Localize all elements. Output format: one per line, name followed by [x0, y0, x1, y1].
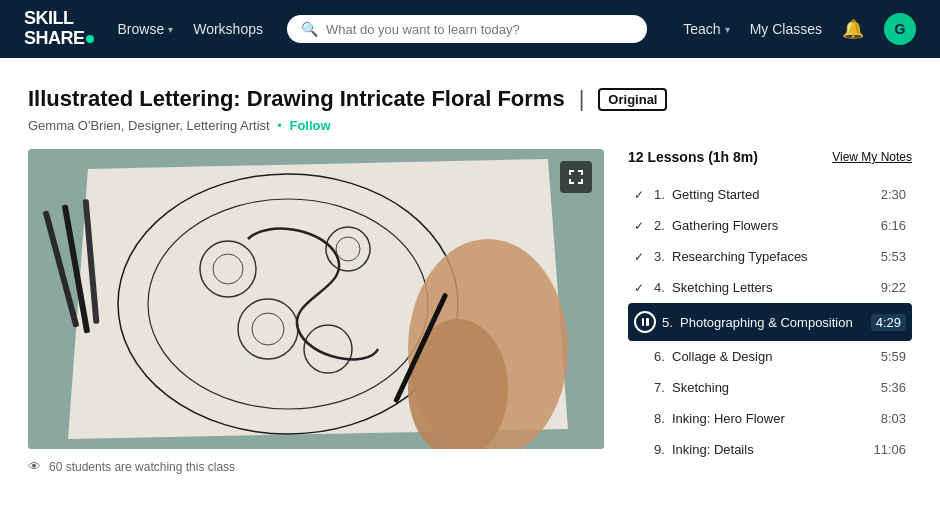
- video-footer: 👁 60 students are watching this class: [28, 459, 604, 474]
- teach-chevron-icon: ▾: [725, 24, 730, 35]
- lesson-duration: 2:30: [881, 187, 906, 202]
- workshops-link[interactable]: Workshops: [193, 21, 263, 37]
- lesson-duration: 4:29: [871, 314, 906, 331]
- navbar: SKILL SHARE Browse ▾ Workshops 🔍 Teach ▾…: [0, 0, 940, 58]
- lesson-duration: 9:22: [881, 280, 906, 295]
- lesson-number: 7.: [654, 380, 672, 395]
- lesson-name: Sketching Letters: [672, 280, 873, 295]
- lesson-duration: 5:36: [881, 380, 906, 395]
- logo[interactable]: SKILL SHARE: [24, 9, 94, 49]
- lesson-name: Inking: Hero Flower: [672, 411, 873, 426]
- pause-bar: [646, 318, 649, 326]
- browse-link[interactable]: Browse ▾: [118, 21, 174, 37]
- lesson-item[interactable]: ✓ 1. Getting Started 2:30: [628, 179, 912, 210]
- video-controls: [560, 161, 592, 193]
- pause-icon: [634, 311, 656, 333]
- lower-section: 👁 60 students are watching this class 12…: [28, 149, 912, 474]
- view-notes-button[interactable]: View My Notes: [832, 150, 912, 164]
- lesson-item[interactable]: 8. Inking: Hero Flower 8:03: [628, 403, 912, 434]
- lesson-number: 1.: [654, 187, 672, 202]
- dot-separator: •: [277, 118, 282, 133]
- lesson-item[interactable]: ✓ 3. Researching Typefaces 5:53: [628, 241, 912, 272]
- course-author: Gemma O'Brien, Designer, Lettering Artis…: [28, 118, 912, 133]
- watchers-text: 60 students are watching this class: [49, 460, 235, 474]
- pause-bar: [642, 318, 645, 326]
- logo-dot: [86, 35, 94, 43]
- lesson-duration: 11:06: [873, 442, 906, 457]
- lesson-name: Collage & Design: [672, 349, 873, 364]
- browse-label: Browse: [118, 21, 165, 37]
- search-bar: 🔍: [287, 15, 647, 43]
- lesson-number: 5.: [662, 315, 680, 330]
- lesson-number: 9.: [654, 442, 672, 457]
- lesson-number: 8.: [654, 411, 672, 426]
- my-classes-label: My Classes: [750, 21, 822, 37]
- lesson-check-icon: ✓: [634, 250, 654, 264]
- lesson-item[interactable]: 9. Inking: Details 11:06: [628, 434, 912, 465]
- teach-button[interactable]: Teach ▾: [683, 21, 729, 37]
- lesson-item[interactable]: ✓ 4. Sketching Letters 9:22: [628, 272, 912, 303]
- original-badge: Original: [598, 88, 667, 111]
- pause-bars: [642, 318, 649, 326]
- lesson-check-icon: ✓: [634, 281, 654, 295]
- lesson-item[interactable]: ✓ 2. Gathering Flowers 6:16: [628, 210, 912, 241]
- course-title: Illustrated Lettering: Drawing Intricate…: [28, 86, 565, 112]
- my-classes-link[interactable]: My Classes: [750, 21, 822, 37]
- video-panel: 👁 60 students are watching this class: [28, 149, 604, 474]
- lesson-item[interactable]: 6. Collage & Design 5:59: [628, 341, 912, 372]
- lesson-name: Researching Typefaces: [672, 249, 873, 264]
- lesson-duration: 6:16: [881, 218, 906, 233]
- lesson-name: Photographing & Composition: [680, 315, 863, 330]
- lesson-item[interactable]: 5. Photographing & Composition 4:29: [628, 303, 912, 341]
- lesson-list: ✓ 1. Getting Started 2:30 ✓ 2. Gathering…: [628, 179, 912, 465]
- lesson-name: Inking: Details: [672, 442, 865, 457]
- lesson-name: Sketching: [672, 380, 873, 395]
- lesson-check-icon: ✓: [634, 188, 654, 202]
- lesson-number: 4.: [654, 280, 672, 295]
- course-title-row: Illustrated Lettering: Drawing Intricate…: [28, 86, 912, 112]
- lessons-count: 12 Lessons (1h 8m): [628, 149, 758, 165]
- logo-line2: SHARE: [24, 29, 85, 49]
- lesson-panel: 12 Lessons (1h 8m) View My Notes ✓ 1. Ge…: [628, 149, 912, 474]
- chevron-down-icon: ▾: [168, 24, 173, 35]
- fullscreen-icon: [568, 169, 584, 185]
- lesson-check-icon: ✓: [634, 219, 654, 233]
- fullscreen-button[interactable]: [560, 161, 592, 193]
- video-image: [28, 149, 604, 449]
- search-input[interactable]: [326, 22, 633, 37]
- lesson-header: 12 Lessons (1h 8m) View My Notes: [628, 149, 912, 165]
- lesson-duration: 5:59: [881, 349, 906, 364]
- notification-bell-icon[interactable]: 🔔: [842, 18, 864, 40]
- title-divider: |: [579, 86, 585, 112]
- workshops-label: Workshops: [193, 21, 263, 37]
- lesson-name: Getting Started: [672, 187, 873, 202]
- nav-links: Browse ▾ Workshops: [118, 21, 263, 37]
- avatar[interactable]: G: [884, 13, 916, 45]
- eye-icon: 👁: [28, 459, 41, 474]
- author-name: Gemma O'Brien, Designer, Lettering Artis…: [28, 118, 270, 133]
- search-icon: 🔍: [301, 21, 318, 37]
- avatar-initials: G: [895, 21, 906, 37]
- follow-button[interactable]: Follow: [289, 118, 330, 133]
- lesson-number: 6.: [654, 349, 672, 364]
- lesson-item[interactable]: 7. Sketching 5:36: [628, 372, 912, 403]
- main-content: Illustrated Lettering: Drawing Intricate…: [0, 58, 940, 474]
- lesson-number: 3.: [654, 249, 672, 264]
- logo-line1: SKILL: [24, 9, 94, 29]
- nav-right: Teach ▾ My Classes 🔔 G: [683, 13, 916, 45]
- lesson-duration: 5:53: [881, 249, 906, 264]
- lesson-duration: 8:03: [881, 411, 906, 426]
- video-thumbnail[interactable]: [28, 149, 604, 449]
- lesson-number: 2.: [654, 218, 672, 233]
- lesson-name: Gathering Flowers: [672, 218, 873, 233]
- teach-label: Teach: [683, 21, 720, 37]
